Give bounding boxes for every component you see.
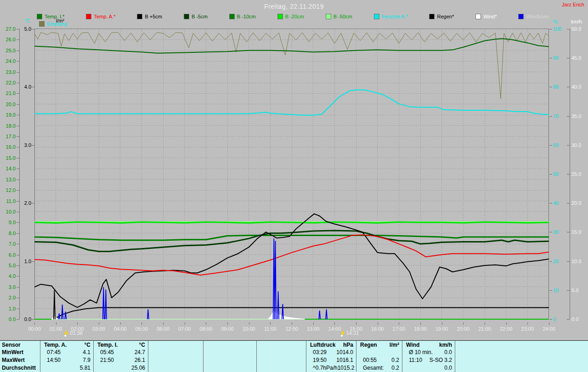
table-group-header xyxy=(257,341,306,349)
axis-tick-label-temp: 10.0 xyxy=(2,209,16,214)
legend-item-b-20cm[interactable]: B -20cm xyxy=(277,14,304,19)
time-axis-label: 07:00 xyxy=(175,326,195,332)
legend-item-b-10cm[interactable]: B -10cm xyxy=(229,14,256,19)
axis-tick-label-temp: 22.0 xyxy=(2,80,16,85)
axis-tick-label-wind: 10.0 xyxy=(571,259,587,264)
time-axis-tick xyxy=(527,322,528,325)
axis-tick-humidity xyxy=(549,290,552,291)
legend-item-b-5cm[interactable]: B +5cm xyxy=(137,14,162,19)
table-group-unit: °C xyxy=(139,341,145,349)
legend-item-feuchte-a[interactable]: Feuchte A.* xyxy=(374,14,408,19)
table-group-empty xyxy=(203,341,256,372)
legend-item-temp-a[interactable]: Temp. A.* xyxy=(86,14,115,19)
table-cell-value: 26.1 xyxy=(135,356,145,364)
axis-tick-humidity xyxy=(549,261,552,262)
table-group-empty xyxy=(148,341,203,372)
time-axis-label: 20:00 xyxy=(453,326,473,332)
axis-tick-label-temp: 8.0 xyxy=(2,231,16,236)
regen-color-box-icon xyxy=(429,14,435,19)
axis-tick-label-temp: 16.0 xyxy=(2,144,16,150)
legend-item-label: Wind* xyxy=(483,14,497,19)
axis-tick-rain xyxy=(32,87,34,87)
axis-unit-wind: km/h xyxy=(571,19,587,24)
time-axis-tick xyxy=(334,322,335,325)
table-cell-time: 21:50 xyxy=(100,356,114,364)
table-cell-time: 00:55 xyxy=(363,356,377,364)
chart-plot-area[interactable] xyxy=(34,28,549,322)
axis-tick-label-wind: 5.0 xyxy=(571,287,587,293)
table-group-name: Luftdruck xyxy=(310,341,335,349)
table-cell-time: 19:50 xyxy=(313,356,327,364)
spike-windb-en xyxy=(105,290,107,320)
axis-tick-label-humidity: 90 xyxy=(553,55,566,61)
axis-tick-label-temp: 3.0 xyxy=(2,284,16,290)
axis-tick-label-temp: 15.0 xyxy=(2,155,16,161)
table-cell-value: 1016.1 xyxy=(336,356,353,364)
axis-tick-label-wind: 40.0 xyxy=(571,84,587,90)
axis-tick-label-temp: 7.0 xyxy=(2,241,16,247)
time-axis-tick xyxy=(506,322,507,325)
spike-windb-en xyxy=(326,310,327,320)
legend-item-regen[interactable]: Regen* xyxy=(429,14,454,19)
event-marker-time: 14:31 xyxy=(346,330,359,336)
time-axis-tick xyxy=(292,322,292,325)
table-group-temp-i: Temp. I.°C05:4524.721:5026.125.06 xyxy=(93,341,148,372)
time-axis-tick xyxy=(442,322,442,325)
table-group-header xyxy=(204,341,256,349)
table-cell-value: 0.0 xyxy=(444,364,452,372)
table-row xyxy=(356,349,402,356)
axis-tick-label-wind: 25.0 xyxy=(571,171,587,177)
table-group-header xyxy=(455,341,588,349)
series-b-20cm xyxy=(34,222,549,223)
b-5cm-color-box-icon xyxy=(184,14,189,19)
table-row: 19:501016.1 xyxy=(306,356,356,364)
time-axis-tick xyxy=(185,322,185,325)
axis-tick-label-temp: 14.0 xyxy=(2,166,16,171)
feuchte-a-color-box-icon xyxy=(374,14,379,19)
legend-item-label: Regen* xyxy=(437,14,454,19)
axis-unit-temp: °C xyxy=(20,18,30,23)
time-axis-tick xyxy=(249,322,249,325)
axis-tick-rain xyxy=(32,203,34,203)
axis-tick-label-temp: 19.0 xyxy=(2,112,16,118)
axis-tick-label-rain: 4.0 xyxy=(19,84,31,90)
time-axis-label: 08:00 xyxy=(196,326,216,332)
axis-tick-label-rain: 1.0 xyxy=(19,259,31,264)
axis-tick-label-rain: 5.0 xyxy=(19,26,31,32)
table-cell-time: 05:45 xyxy=(100,349,114,356)
legend-item-label: B -5cm xyxy=(192,14,208,19)
legend-item-b-5cm[interactable]: B -5cm xyxy=(184,14,208,19)
time-axis-tick xyxy=(399,322,399,325)
axis-tick-label-humidity: 80 xyxy=(553,84,566,90)
axis-tick-humidity xyxy=(549,29,552,29)
table-group-empty xyxy=(455,341,588,372)
table-group-regen: Regenl/m²00:550.2Gesamt:0.2 xyxy=(356,341,402,372)
time-axis-label: 03:00 xyxy=(89,326,109,332)
table-cell-value: 1015.2 xyxy=(338,364,355,372)
time-axis-tick xyxy=(227,322,228,325)
time-axis-label: 10:00 xyxy=(239,326,259,332)
table-group-unit: °C xyxy=(85,341,90,349)
time-axis-label: 16:00 xyxy=(368,326,388,332)
legend-item-wind[interactable]: Wind* xyxy=(475,14,497,19)
summary-table: SensorMinWertMaxWertDurchschnittTemp. A.… xyxy=(0,340,588,372)
axis-tick-label-temp: 2.0 xyxy=(2,295,16,300)
chart-canvas[interactable] xyxy=(34,28,549,322)
axis-tick-label-humidity: 0 xyxy=(553,316,566,322)
axis-tick-humidity xyxy=(549,116,552,117)
b-50cm-color-box-icon xyxy=(326,14,331,19)
time-axis-label: 22:00 xyxy=(496,326,516,332)
time-axis-label: 11:00 xyxy=(260,326,280,332)
axis-tick-label-humidity: 100 xyxy=(553,26,566,32)
legend-item-b-50cm[interactable]: B -50cm xyxy=(326,14,352,19)
axis-tick-rain xyxy=(32,145,34,146)
legend-item-windb-en[interactable]: Windböen xyxy=(518,14,549,19)
event-marker: 14:31 xyxy=(340,330,359,338)
time-axis-tick xyxy=(120,322,121,325)
spike-windb-en xyxy=(103,287,104,320)
time-axis-tick xyxy=(56,322,57,325)
table-group-header: Windkm/h xyxy=(402,341,455,349)
spike-windb-en xyxy=(58,313,60,319)
temp-a-color-box-icon xyxy=(86,14,91,19)
axis-tick-label-wind: 50.0 xyxy=(571,26,587,32)
